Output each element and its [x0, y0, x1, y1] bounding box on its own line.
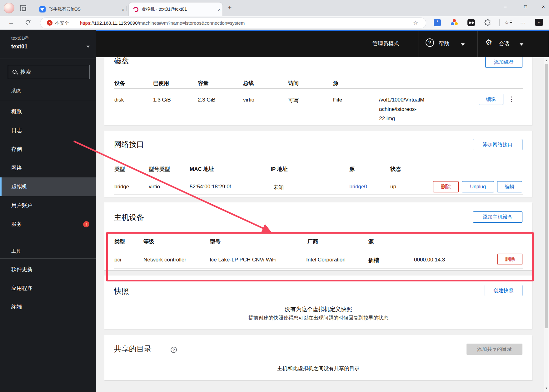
- help-icon: ?: [426, 38, 434, 47]
- url-divider: [75, 19, 75, 26]
- nav-divider: [0, 100, 96, 100]
- tab-groups-icon[interactable]: [20, 5, 26, 11]
- dark-extension-icon[interactable]: [467, 19, 475, 26]
- col-capacity: 容量: [198, 80, 208, 87]
- add-shared-directory-button[interactable]: 添加共享的目录: [467, 344, 522, 355]
- tab-title: 虚拟机 - text01@text01: [142, 7, 187, 12]
- collections-line: [510, 22, 512, 23]
- tab-title: 飞牛私有云fnOS: [49, 7, 81, 12]
- window-close-button[interactable]: ×: [539, 4, 548, 10]
- url-path: /machines#vm?name=istoreos&connection=sy…: [138, 20, 245, 26]
- browser-tab-fnos[interactable]: 飞牛私有云fnOS ×: [35, 3, 126, 16]
- sidebar-item-applications[interactable]: 应用程序: [0, 279, 96, 298]
- chevron-down-icon: [461, 43, 465, 47]
- back-icon[interactable]: ←: [8, 19, 14, 26]
- alert-badge: !: [83, 221, 89, 227]
- host-user: text01@: [11, 35, 29, 41]
- disk-kebab-icon[interactable]: ⋮: [508, 95, 515, 103]
- sidebar-item-storage[interactable]: 存储: [0, 140, 96, 159]
- host-devices-title: 主机设备: [114, 212, 144, 222]
- col-mac: MAC 地址: [190, 166, 214, 173]
- scroll-down-icon[interactable]: ▼: [544, 387, 549, 390]
- row-divider: [114, 194, 523, 195]
- sidebar-item-software-updates[interactable]: 软件更新: [0, 260, 96, 279]
- browser-tab-vm[interactable]: 虚拟机 - text01@text01 ×: [129, 2, 222, 16]
- admin-mode-label[interactable]: 管理员模式: [372, 40, 399, 47]
- window-maximize-button[interactable]: □: [521, 4, 530, 9]
- disk-path-line: 22.img: [379, 116, 395, 122]
- col-state: 状态: [390, 166, 401, 173]
- balloons-extension-icon[interactable]: [451, 19, 458, 26]
- browser-profile-avatar[interactable]: [4, 3, 14, 13]
- nic-edit-button[interactable]: 编辑: [497, 181, 522, 192]
- help-question-icon[interactable]: ?: [171, 347, 177, 353]
- sidebar-item-terminal[interactable]: 终端: [0, 298, 96, 316]
- col-source: 源: [333, 80, 338, 87]
- sidebar-item-accounts[interactable]: 用户账户: [0, 196, 96, 215]
- nic-mac: 52:54:00:18:29:0f: [190, 184, 231, 190]
- masthead-divider: [418, 30, 418, 57]
- sidebar-item-logs[interactable]: 日志: [0, 121, 96, 140]
- bookmark-star-icon[interactable]: ☆: [413, 19, 418, 26]
- add-network-interface-button[interactable]: 添加网络接口: [473, 139, 522, 150]
- add-host-device-button[interactable]: 添加主机设备: [473, 211, 522, 223]
- sidebar-item-virtual-machines[interactable]: 虚拟机: [0, 177, 96, 196]
- window-minimize-button[interactable]: –: [501, 4, 510, 9]
- host-switcher[interactable]: text01@ text01: [0, 30, 96, 58]
- search-input[interactable]: [20, 69, 80, 75]
- col-device: 设备: [114, 80, 125, 87]
- url-scheme: https: [80, 20, 90, 26]
- add-disk-button[interactable]: 添加磁盘: [485, 57, 522, 68]
- col-used: 已使用: [153, 80, 169, 87]
- cockpit-masthead: 管理员模式 ? 帮助 ⚙ 会话: [96, 30, 549, 57]
- nic-delete-button[interactable]: 删除: [433, 181, 459, 192]
- nav-section-system: 系统: [11, 88, 21, 94]
- shared-directories-title: 共享的目录: [114, 344, 152, 354]
- disk-path-line: /vol1/1000/VirtualM: [379, 97, 424, 103]
- nic-model: virtio: [149, 184, 160, 190]
- disk-path-line: achine/istoreos-: [379, 106, 417, 112]
- host-name: text01: [11, 43, 27, 50]
- nav-section-tools: 工具: [11, 248, 21, 254]
- table-divider: [114, 174, 523, 174]
- sidebar-item-network[interactable]: 网络: [0, 159, 96, 177]
- tab-close-icon[interactable]: ×: [216, 7, 222, 12]
- nic-unplug-button[interactable]: Unplug: [462, 181, 494, 192]
- disk-edit-button[interactable]: 编辑: [479, 94, 503, 105]
- sidebar-toggle-icon[interactable]: ←: [535, 19, 543, 26]
- new-tab-button[interactable]: +: [228, 4, 232, 12]
- sidebar-search[interactable]: [8, 65, 90, 79]
- sidebar-item-label: 服务: [11, 221, 22, 227]
- extensions-puzzle-icon[interactable]: [484, 19, 491, 26]
- col-bus: 总线: [243, 80, 254, 87]
- sidebar-item-overview[interactable]: 概览: [0, 102, 96, 121]
- disk-access: 可写: [288, 97, 299, 104]
- scrollbar-thumb[interactable]: [545, 64, 548, 328]
- nic-ip: 未知: [273, 184, 284, 191]
- insecure-icon[interactable]: ×: [47, 20, 52, 26]
- col-type: 类型: [114, 166, 125, 173]
- nic-source-link[interactable]: bridge0: [349, 184, 367, 190]
- create-snapshot-button[interactable]: 创建快照: [485, 285, 522, 296]
- nic-state: up: [390, 184, 396, 190]
- translate-extension-icon[interactable]: *: [434, 19, 441, 26]
- col-access: 访问: [288, 80, 299, 87]
- url-text[interactable]: https://192.168.11.115:9090/machines#vm?…: [80, 20, 245, 26]
- security-warning-label[interactable]: 不安全: [55, 20, 69, 26]
- nic-type: bridge: [114, 184, 129, 190]
- session-menu[interactable]: 会话: [499, 40, 509, 47]
- tab-close-icon[interactable]: ×: [120, 7, 126, 12]
- masthead-accent-bar: [96, 30, 549, 31]
- collections-icon[interactable]: ☆: [504, 19, 509, 26]
- scroll-up-icon[interactable]: ▲: [544, 59, 549, 62]
- disk-device: disk: [114, 97, 124, 103]
- toolbar-divider: [499, 19, 500, 26]
- browser-menu-icon[interactable]: …: [520, 18, 526, 25]
- nav-divider: [0, 258, 96, 259]
- shared-empty-text: 主机和此虚拟机之间没有共享的目录: [104, 365, 532, 372]
- sidebar-item-services[interactable]: 服务 !: [0, 215, 96, 234]
- snapshots-empty-title: 没有为这个虚拟机定义快照: [104, 305, 532, 313]
- col-ip: IP 地址: [271, 166, 287, 173]
- snapshots-empty-hint: 提前创建的快照使得您可以在出现问题的时候回复到较早的状态: [104, 315, 532, 321]
- help-menu[interactable]: 帮助: [439, 40, 449, 47]
